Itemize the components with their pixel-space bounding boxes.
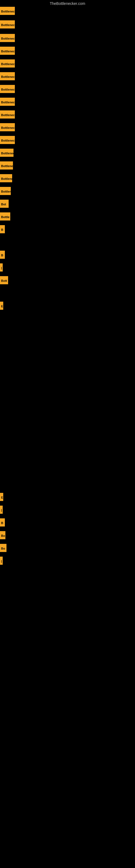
bar-item: Bottleneck result bbox=[0, 46, 15, 55]
bar-item: Bott bbox=[0, 276, 8, 284]
bar-item: Bottle bbox=[0, 212, 10, 220]
bar-item: Bottleneck result bbox=[0, 34, 15, 42]
bar-label: | bbox=[0, 264, 3, 272]
bar-item: B bbox=[0, 225, 5, 233]
bar-label: B bbox=[0, 251, 5, 259]
bar-item: Bot bbox=[0, 199, 9, 208]
bar-item: Bottleneck r bbox=[0, 174, 12, 182]
bar-item: Bottleneck result bbox=[0, 98, 15, 106]
bar-item: B bbox=[0, 251, 5, 259]
bar-item: Bottleneck result bbox=[0, 111, 15, 119]
bar-item: Bottleneck result bbox=[0, 59, 15, 67]
bar-label: Bott bbox=[0, 276, 8, 284]
bar-label: Bottleneck re bbox=[0, 149, 13, 157]
bar-label: Bottleneck re bbox=[0, 161, 13, 169]
bar-label: | bbox=[0, 557, 3, 565]
bar-item: Bottleneck result bbox=[0, 7, 15, 15]
bar-label: E bbox=[0, 493, 3, 501]
bar-label: Bot bbox=[0, 199, 9, 208]
bar-item: Bottleneck result bbox=[0, 136, 15, 144]
bar-item: Bottlene bbox=[0, 187, 11, 195]
bar-label: Bottleneck result bbox=[0, 85, 15, 93]
bar-label: | bbox=[0, 506, 3, 514]
bar-label: Bottleneck result bbox=[0, 72, 15, 80]
bar-item: Bottleneck result bbox=[0, 20, 15, 29]
site-title: TheBottlenecker.com bbox=[0, 0, 135, 7]
bar-label: Bottleneck result bbox=[0, 46, 15, 55]
bar-item: Bo bbox=[0, 544, 6, 552]
bar-label: Bottleneck result bbox=[0, 111, 15, 119]
bar-item: | bbox=[0, 264, 3, 272]
bar-label: Bottleneck result bbox=[0, 136, 15, 144]
bar-label: Bottleneck result bbox=[0, 98, 15, 106]
bar-item: Bottleneck result bbox=[0, 123, 15, 131]
bar-label: B bbox=[0, 225, 5, 233]
bar-item: | bbox=[0, 557, 3, 565]
bar-item: E bbox=[0, 493, 3, 501]
bar-label: Bottleneck result bbox=[0, 123, 15, 131]
bar-label: Bo bbox=[0, 531, 5, 539]
bar-item: E bbox=[0, 302, 3, 310]
bar-label: Bottleneck result bbox=[0, 20, 15, 29]
bar-item: Bo bbox=[0, 531, 5, 539]
bar-item: B bbox=[0, 518, 5, 527]
bar-label: B bbox=[0, 518, 5, 527]
bar-item: Bottleneck result bbox=[0, 72, 15, 80]
bar-label: Bottlene bbox=[0, 187, 11, 195]
bar-item: Bottleneck result bbox=[0, 85, 15, 93]
bar-item: Bottleneck re bbox=[0, 161, 13, 169]
bar-label: E bbox=[0, 302, 3, 310]
bar-item: | bbox=[0, 506, 3, 514]
bar-label: Bottleneck result bbox=[0, 7, 15, 15]
bar-label: Bottleneck r bbox=[0, 174, 12, 182]
bar-label: Bo bbox=[0, 544, 6, 552]
bar-item: Bottleneck re bbox=[0, 149, 13, 157]
bar-label: Bottleneck result bbox=[0, 34, 15, 42]
bar-label: Bottleneck result bbox=[0, 59, 15, 67]
bar-label: Bottle bbox=[0, 212, 10, 220]
